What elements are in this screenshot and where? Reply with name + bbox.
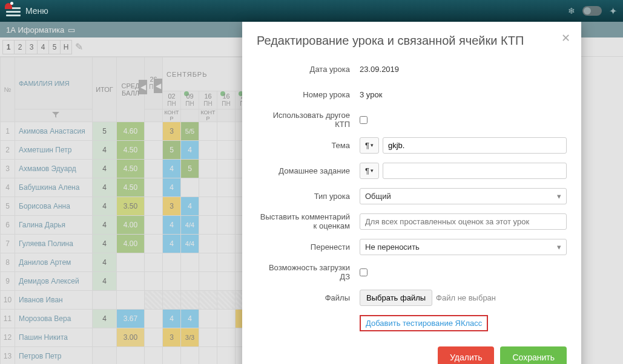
type-select[interactable]: Общий xyxy=(360,188,567,204)
close-icon[interactable]: ✕ xyxy=(561,31,570,45)
label-files: Файлы xyxy=(257,293,360,302)
label-type: Тип урока xyxy=(257,192,360,201)
label-date: Дата урока xyxy=(257,65,360,74)
file-hint: Файл не выбран xyxy=(436,293,496,302)
other-ktp-checkbox[interactable] xyxy=(360,116,368,124)
label-comment: Выставить комментарий к оценкам xyxy=(257,212,360,230)
theme-toggle[interactable] xyxy=(582,6,602,16)
topic-input[interactable] xyxy=(383,137,567,154)
choose-files-button[interactable]: Выбрать файлы xyxy=(360,290,432,306)
menu-label[interactable]: Меню xyxy=(25,6,48,16)
upload-checkbox[interactable] xyxy=(360,268,368,276)
save-button[interactable]: Сохранить xyxy=(500,346,567,364)
pilcrow-button-hw[interactable]: ¶▾ xyxy=(360,163,379,179)
menu-icon[interactable] xyxy=(6,5,21,16)
label-homework: Домашнее задание xyxy=(257,166,360,175)
pilcrow-button[interactable]: ¶▾ xyxy=(360,137,379,154)
yaklass-link[interactable]: Добавить тестирование ЯКласс xyxy=(366,319,482,328)
edit-lesson-modal: ✕ Редактирование урока и связанной ячейк… xyxy=(242,22,581,364)
label-num: Номер урока xyxy=(257,90,360,99)
value-date: 23.09.2019 xyxy=(360,65,567,74)
label-transfer: Перенести xyxy=(257,242,360,252)
label-topic: Тема xyxy=(257,141,360,150)
modal-title: Редактирование урока и связанной ячейки … xyxy=(257,34,567,48)
homework-input[interactable] xyxy=(383,163,567,179)
magic-icon[interactable]: ✦ xyxy=(609,5,617,17)
snowflake-icon[interactable]: ❄ xyxy=(568,6,575,16)
transfer-select[interactable]: Не переносить xyxy=(360,239,567,255)
topbar: Меню ❄ ✦ xyxy=(0,0,623,22)
comment-input[interactable] xyxy=(360,213,567,230)
delete-button[interactable]: Удалить xyxy=(438,346,494,364)
value-num: 3 урок xyxy=(360,90,567,99)
label-upload: Возможность загрузки ДЗ xyxy=(257,263,360,281)
label-other-ktp: Использовать другое КТП xyxy=(257,111,360,129)
